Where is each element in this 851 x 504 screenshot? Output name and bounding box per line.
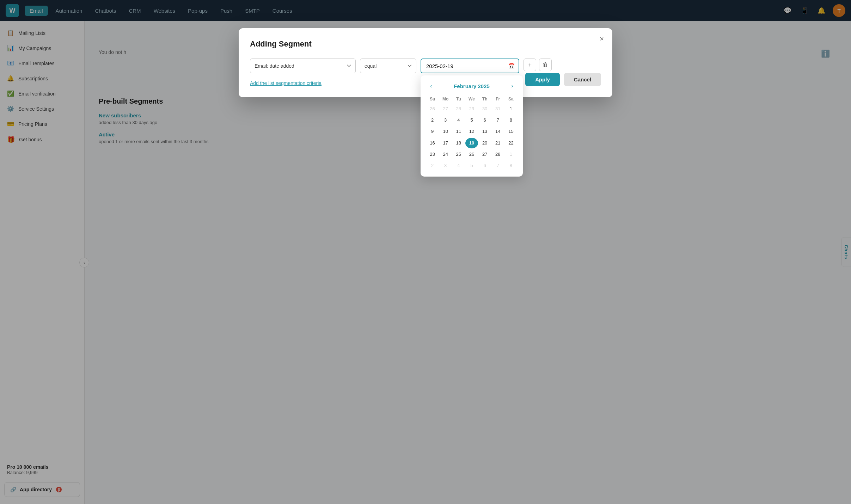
calendar-day[interactable]: 28	[492, 149, 504, 160]
calendar-day: 2	[426, 160, 439, 171]
calendar-day[interactable]: 3	[439, 115, 452, 125]
calendar-day: 7	[492, 160, 504, 171]
calendar-next-button[interactable]: ›	[507, 81, 517, 91]
calendar-day: 27	[439, 104, 452, 114]
calendar-day: 28	[452, 104, 465, 114]
operator-dropdown[interactable]: equal	[360, 59, 416, 73]
calendar-dow: Mo	[439, 95, 452, 103]
calendar-day[interactable]: 11	[452, 126, 465, 137]
row-actions: ＋ 🗑	[524, 59, 552, 71]
calendar-dow: Th	[479, 95, 491, 103]
calendar-prev-button[interactable]: ‹	[426, 81, 436, 91]
calendar-header: ‹ February 2025 ›	[426, 81, 517, 91]
calendar-day[interactable]: 15	[505, 126, 517, 137]
calendar-day[interactable]: 23	[426, 149, 439, 160]
calendar-day[interactable]: 9	[426, 126, 439, 137]
calendar-day[interactable]: 20	[479, 138, 491, 148]
adding-segment-modal: Adding Segment × Email: date added equal…	[239, 28, 612, 97]
calendar-dow: Fr	[492, 95, 504, 103]
calendar-grid: SuMoTuWeThFrSa26272829303112345678910111…	[426, 95, 517, 171]
calendar-day[interactable]: 2	[426, 115, 439, 125]
calendar-day[interactable]: 5	[465, 115, 478, 125]
modal-title: Adding Segment	[250, 39, 601, 49]
calendar-day: 29	[465, 104, 478, 114]
calendar-day: 1	[505, 149, 517, 160]
date-input[interactable]	[421, 59, 519, 73]
modal-close-button[interactable]: ×	[600, 35, 604, 42]
calendar-day[interactable]: 18	[452, 138, 465, 148]
segment-criteria-row: Email: date added equal 📅 ‹ February 202…	[250, 59, 601, 73]
apply-button[interactable]: Apply	[525, 73, 560, 86]
delete-row-button[interactable]: 🗑	[539, 59, 552, 71]
calendar-day[interactable]: 27	[479, 149, 491, 160]
calendar-day: 4	[452, 160, 465, 171]
calendar-day[interactable]: 7	[492, 115, 504, 125]
calendar-dow: Su	[426, 95, 439, 103]
calendar-day[interactable]: 4	[452, 115, 465, 125]
calendar-day[interactable]: 22	[505, 138, 517, 148]
calendar-day[interactable]: 6	[479, 115, 491, 125]
calendar-day: 3	[439, 160, 452, 171]
calendar-day: 5	[465, 160, 478, 171]
calendar-dow: We	[465, 95, 478, 103]
field-dropdown[interactable]: Email: date added	[250, 59, 356, 73]
add-row-button[interactable]: ＋	[524, 59, 536, 71]
calendar-month-title: February 2025	[454, 83, 490, 89]
calendar-day[interactable]: 10	[439, 126, 452, 137]
calendar-dow: Sa	[505, 95, 517, 103]
calendar-dow: Tu	[452, 95, 465, 103]
calendar-day: 30	[479, 104, 491, 114]
calendar-day: 8	[505, 160, 517, 171]
calendar-day[interactable]: 13	[479, 126, 491, 137]
calendar-day[interactable]: 21	[492, 138, 504, 148]
date-input-wrapper: 📅 ‹ February 2025 › SuMoTuWeThFrSa262728…	[421, 59, 519, 73]
modal-overlay: Adding Segment × Email: date added equal…	[0, 0, 851, 504]
calendar-day[interactable]: 24	[439, 149, 452, 160]
calendar-day[interactable]: 17	[439, 138, 452, 148]
calendar-day[interactable]: 1	[505, 104, 517, 114]
modal-actions: Apply Cancel	[525, 73, 601, 86]
calendar-day[interactable]: 26	[465, 149, 478, 160]
calendar-day: 31	[492, 104, 504, 114]
calendar-popup: ‹ February 2025 › SuMoTuWeThFrSa26272829…	[421, 75, 523, 177]
calendar-day[interactable]: 8	[505, 115, 517, 125]
calendar-day[interactable]: 14	[492, 126, 504, 137]
calendar-day: 6	[479, 160, 491, 171]
calendar-day[interactable]: 16	[426, 138, 439, 148]
calendar-day[interactable]: 25	[452, 149, 465, 160]
cancel-button[interactable]: Cancel	[564, 73, 601, 86]
calendar-day[interactable]: 19	[465, 138, 478, 148]
calendar-day[interactable]: 12	[465, 126, 478, 137]
calendar-day: 26	[426, 104, 439, 114]
calendar-icon[interactable]: 📅	[508, 63, 515, 69]
